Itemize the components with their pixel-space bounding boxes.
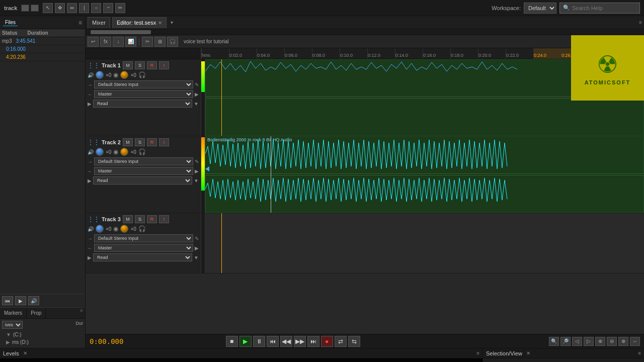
prev-btn[interactable]: ⏮: [267, 336, 279, 347]
edit-icon-1[interactable]: ✎: [195, 82, 199, 87]
list-item[interactable]: 4:20.236: [0, 53, 85, 61]
selection-menu-icon[interactable]: ≡: [638, 350, 641, 356]
zoom-full-btn[interactable]: ↔: [630, 337, 640, 346]
pan-knob-1[interactable]: [120, 71, 128, 79]
range-tool[interactable]: ⇔: [67, 3, 77, 13]
meter-btn[interactable]: ↓: [113, 37, 124, 47]
tree-item[interactable]: ▼(C:): [2, 331, 83, 338]
fwd-btn[interactable]: ▶▶: [294, 336, 306, 347]
search-input[interactable]: [572, 5, 636, 11]
track-1-solo-btn[interactable]: S: [135, 61, 145, 69]
track-1-rec-btn[interactable]: R: [147, 61, 157, 69]
track-2-mode-select[interactable]: Read: [93, 176, 192, 185]
media-tab-collapse[interactable]: ≡: [78, 308, 85, 318]
zoom-in2-btn[interactable]: ⊕: [618, 337, 628, 346]
pen-tool[interactable]: ✏: [115, 3, 125, 13]
vol-knob-2[interactable]: [96, 148, 104, 156]
smooth-tool[interactable]: ~: [103, 3, 113, 13]
track-2-mute-btn[interactable]: M: [123, 138, 133, 146]
rec-btn[interactable]: ●: [321, 336, 333, 347]
track-1-mute-btn[interactable]: M: [123, 61, 133, 69]
undo-btn[interactable]: ↩: [88, 37, 99, 47]
expand-icon-3[interactable]: ▶: [195, 245, 199, 251]
pan-knob-3[interactable]: [120, 225, 128, 233]
editor-tab[interactable]: Editor: test.sesx ✕: [112, 17, 167, 28]
zoom-left-btn[interactable]: ◁: [572, 337, 582, 346]
track-2-input-select[interactable]: Default Stereo Input: [94, 157, 193, 165]
track-1-extra-btn[interactable]: I: [159, 61, 169, 69]
mode-arrow-2[interactable]: ▼: [194, 178, 199, 184]
list-item[interactable]: 0:16.000: [0, 45, 85, 53]
track-2-waveform[interactable]: Bodenständig 2000 In rock 8 Bit HQ Audio: [205, 136, 644, 213]
pan-knob-2[interactable]: [120, 148, 128, 156]
mode-arrow-3[interactable]: ▼: [194, 255, 199, 260]
win-btn-2[interactable]: [31, 5, 39, 12]
mode-arrow-1[interactable]: ▼: [194, 101, 199, 107]
zoom-out-btn[interactable]: 🔎: [560, 337, 571, 346]
meta-btn[interactable]: ⊞: [154, 37, 166, 47]
track-3-solo-btn[interactable]: S: [135, 215, 145, 223]
tree-filter-select[interactable]: ives: [2, 321, 23, 329]
list-item[interactable]: mp3 3:45.541: [0, 37, 85, 45]
rew-btn[interactable]: ◀◀: [280, 336, 292, 347]
tab-dropdown-icon[interactable]: ▾: [171, 20, 173, 25]
move-tool[interactable]: ✥: [55, 3, 65, 13]
loop-btn[interactable]: ⇄: [335, 336, 347, 347]
track-1-output-select[interactable]: Master: [94, 90, 193, 98]
mini-scrollbar[interactable]: [86, 29, 644, 35]
track-3-input-select[interactable]: Default Stereo Input: [94, 234, 193, 242]
stop-btn[interactable]: ■: [226, 336, 238, 347]
levels-menu-icon[interactable]: ≡: [476, 350, 479, 356]
expand-icon-1[interactable]: ▶: [195, 92, 199, 97]
edit-icon-3[interactable]: ✎: [195, 236, 199, 241]
track-2-rec-btn[interactable]: R: [147, 138, 157, 146]
scroll-thumb[interactable]: [91, 30, 151, 34]
workspace-select[interactable]: Default: [524, 3, 556, 14]
close-tab-icon[interactable]: ✕: [158, 20, 162, 26]
track-3-output-select[interactable]: Master: [94, 244, 193, 252]
track-3-rec-btn[interactable]: R: [147, 215, 157, 223]
prev-mini-btn[interactable]: ⏮: [2, 296, 13, 305]
track-3-mute-btn[interactable]: M: [123, 215, 133, 223]
expand-icon-2[interactable]: ▶: [195, 168, 199, 174]
tree-item[interactable]: ▶ms (D:): [2, 338, 83, 346]
speaker-mini-btn[interactable]: 🔊: [28, 296, 39, 305]
fx-btn[interactable]: fx: [100, 37, 111, 47]
track-3-mode-select[interactable]: Read: [93, 253, 192, 261]
draw-tool[interactable]: ○: [91, 3, 101, 13]
selection-close-icon[interactable]: ✕: [526, 350, 530, 356]
zoom-right-btn[interactable]: ▷: [584, 337, 594, 346]
pause-btn[interactable]: ⏸: [253, 336, 265, 347]
zoom-fit-btn[interactable]: ⊕: [595, 337, 605, 346]
mixer-tab[interactable]: Mixer: [88, 17, 110, 28]
clip-btn[interactable]: ✂: [142, 37, 153, 47]
headphone-btn[interactable]: 🎧: [167, 37, 178, 47]
win-btn-1[interactable]: [21, 5, 29, 12]
search-box[interactable]: 🔍: [559, 3, 640, 14]
collapse-icon[interactable]: ≡: [78, 19, 82, 26]
track-2-solo-btn[interactable]: S: [135, 138, 145, 146]
vol-knob-1[interactable]: [96, 71, 104, 79]
track-2-extra-btn[interactable]: I: [159, 138, 169, 146]
select-tool[interactable]: ↖: [43, 3, 53, 13]
next-btn[interactable]: ⏭: [307, 336, 319, 347]
track-2-output-select[interactable]: Master: [94, 167, 193, 175]
cut-tool[interactable]: |: [79, 3, 89, 13]
track-3-waveform[interactable]: [205, 213, 644, 273]
markers-tab[interactable]: Markers: [0, 308, 27, 318]
panel-options-icon[interactable]: ≡: [639, 20, 642, 25]
vol-knob-3[interactable]: [96, 225, 104, 233]
punch-btn[interactable]: ⇆: [348, 336, 360, 347]
track-1-input-select[interactable]: Default Stereo Input: [94, 80, 193, 88]
levels-close-icon[interactable]: ✕: [23, 350, 27, 356]
edit-icon-2[interactable]: ✎: [195, 159, 199, 164]
chart-btn[interactable]: 📊: [125, 37, 136, 47]
prop-tab[interactable]: Prop: [27, 308, 46, 318]
zoom-in-btn[interactable]: 🔍: [549, 337, 559, 346]
play-mini-btn[interactable]: ▶: [15, 296, 26, 305]
track-3-extra-btn[interactable]: I: [159, 215, 169, 223]
play-btn[interactable]: ▶: [239, 336, 252, 347]
left-tab-files[interactable]: Files: [3, 19, 18, 26]
zoom-out2-btn[interactable]: ⊖: [607, 337, 617, 346]
track-1-mode-select[interactable]: Read: [93, 100, 192, 108]
